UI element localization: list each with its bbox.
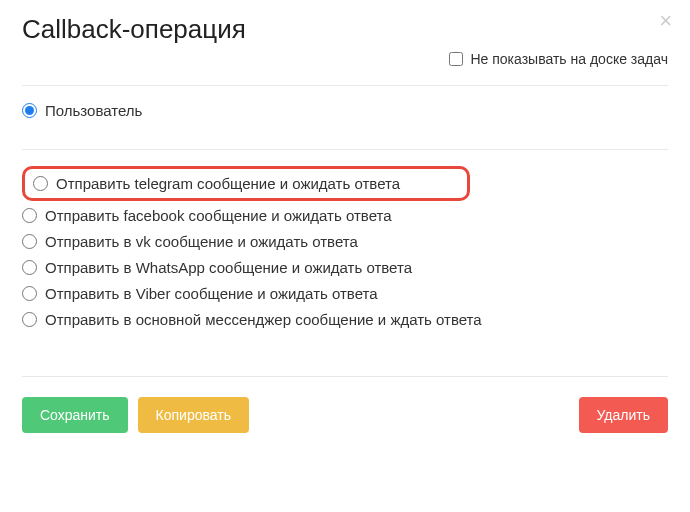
radio-user[interactable] [22, 103, 37, 118]
callback-operation-modal: Callback-операция × Не показывать на дос… [0, 0, 690, 455]
radio-viber[interactable] [22, 286, 37, 301]
radio-whatsapp-label: Отправить в WhatsApp сообщение и ожидать… [45, 259, 412, 276]
radio-whatsapp[interactable] [22, 260, 37, 275]
radio-facebook-label: Отправить facebook сообщение и ожидать о… [45, 207, 392, 224]
divider-top [22, 85, 668, 86]
radio-facebook[interactable] [22, 208, 37, 223]
hide-on-board-checkbox[interactable] [449, 52, 463, 66]
save-button[interactable]: Сохранить [22, 397, 128, 433]
radio-main-messenger-row[interactable]: Отправить в основной мессенджер сообщени… [22, 311, 668, 328]
close-icon[interactable]: × [659, 10, 672, 32]
hide-on-board-label: Не показывать на доске задач [470, 51, 668, 67]
divider-middle [22, 149, 668, 150]
modal-footer: Сохранить Копировать Удалить [22, 376, 668, 433]
copy-button[interactable]: Копировать [138, 397, 249, 433]
radio-viber-label: Отправить в Viber сообщение и ожидать от… [45, 285, 378, 302]
radio-viber-row[interactable]: Отправить в Viber сообщение и ожидать от… [22, 285, 668, 302]
highlighted-option-box: Отправить telegram сообщение и ожидать о… [22, 166, 470, 201]
radio-user-row[interactable]: Пользователь [22, 102, 668, 119]
recipient-group: Пользователь [22, 102, 668, 119]
radio-telegram-row[interactable]: Отправить telegram сообщение и ожидать о… [33, 175, 459, 192]
radio-main-messenger-label: Отправить в основной мессенджер сообщени… [45, 311, 482, 328]
modal-title: Callback-операция [22, 14, 668, 45]
action-group: Отправить telegram сообщение и ожидать о… [22, 166, 668, 328]
radio-telegram-label: Отправить telegram сообщение и ожидать о… [56, 175, 400, 192]
radio-facebook-row[interactable]: Отправить facebook сообщение и ожидать о… [22, 207, 668, 224]
hide-on-board-label-wrap[interactable]: Не показывать на доске задач [449, 51, 668, 67]
radio-telegram[interactable] [33, 176, 48, 191]
radio-vk[interactable] [22, 234, 37, 249]
radio-vk-label: Отправить в vk сообщение и ожидать ответ… [45, 233, 358, 250]
radio-whatsapp-row[interactable]: Отправить в WhatsApp сообщение и ожидать… [22, 259, 668, 276]
delete-button[interactable]: Удалить [579, 397, 668, 433]
hide-on-board-row: Не показывать на доске задач [22, 51, 668, 67]
radio-main-messenger[interactable] [22, 312, 37, 327]
radio-vk-row[interactable]: Отправить в vk сообщение и ожидать ответ… [22, 233, 668, 250]
radio-user-label: Пользователь [45, 102, 142, 119]
